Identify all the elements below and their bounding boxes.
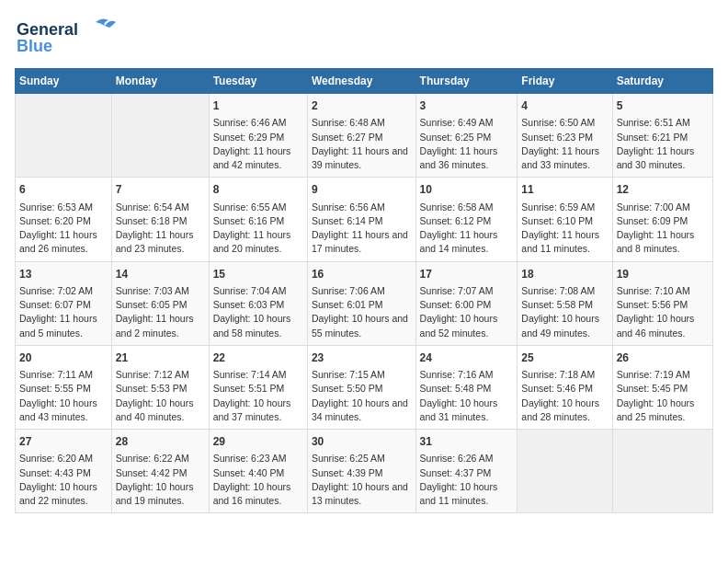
day-info-line: Sunset: 6:03 PM bbox=[213, 298, 303, 312]
day-info-line: Sunset: 6:00 PM bbox=[420, 298, 514, 312]
calendar-cell: 23Sunrise: 7:15 AMSunset: 5:50 PMDayligh… bbox=[307, 345, 415, 429]
day-info-line: Sunset: 5:45 PM bbox=[617, 382, 709, 396]
day-info-line: Daylight: 10 hours and 40 minutes. bbox=[116, 396, 205, 424]
day-number: 12 bbox=[617, 182, 709, 198]
day-info-line: Sunset: 5:56 PM bbox=[617, 298, 709, 312]
day-number: 11 bbox=[521, 182, 608, 198]
day-info-line: Sunset: 6:12 PM bbox=[420, 214, 514, 228]
day-info-line: Sunrise: 7:18 AM bbox=[521, 368, 608, 382]
day-info-line: Daylight: 11 hours and 11 minutes. bbox=[521, 228, 608, 256]
day-info-line: Sunrise: 7:10 AM bbox=[617, 284, 709, 298]
day-info-line: Daylight: 11 hours and 42 minutes. bbox=[213, 144, 303, 172]
calendar-cell: 6Sunrise: 6:53 AMSunset: 6:20 PMDaylight… bbox=[16, 178, 112, 261]
day-info-line: Sunset: 5:58 PM bbox=[521, 298, 608, 312]
day-number: 18 bbox=[521, 267, 608, 282]
calendar-week-4: 20Sunrise: 7:11 AMSunset: 5:55 PMDayligh… bbox=[16, 345, 713, 429]
calendar-cell: 17Sunrise: 7:07 AMSunset: 6:00 PMDayligh… bbox=[415, 261, 518, 345]
day-info-line: Sunset: 4:37 PM bbox=[420, 466, 514, 480]
day-header-sunday: Sunday bbox=[16, 69, 112, 94]
day-info-line: Sunrise: 6:25 AM bbox=[312, 452, 412, 465]
day-info-line: Sunrise: 7:08 AM bbox=[521, 284, 608, 298]
day-info-line: Sunset: 6:09 PM bbox=[617, 214, 709, 228]
calendar-cell: 27Sunrise: 6:20 AMSunset: 4:43 PMDayligh… bbox=[16, 430, 112, 513]
calendar-cell bbox=[612, 430, 712, 513]
calendar-cell: 5Sunrise: 6:51 AMSunset: 6:21 PMDaylight… bbox=[612, 94, 712, 178]
day-number: 14 bbox=[116, 267, 205, 282]
calendar-cell: 9Sunrise: 6:56 AMSunset: 6:14 PMDaylight… bbox=[307, 178, 415, 261]
day-number: 13 bbox=[19, 267, 108, 282]
calendar-cell: 20Sunrise: 7:11 AMSunset: 5:55 PMDayligh… bbox=[16, 345, 112, 429]
calendar-cell: 30Sunrise: 6:25 AMSunset: 4:39 PMDayligh… bbox=[307, 430, 415, 513]
day-info-line: Sunset: 6:29 PM bbox=[213, 131, 303, 144]
calendar-cell: 16Sunrise: 7:06 AMSunset: 6:01 PMDayligh… bbox=[307, 261, 415, 345]
day-number: 22 bbox=[213, 350, 303, 366]
day-info-line: Daylight: 11 hours and 8 minutes. bbox=[617, 228, 709, 256]
calendar-cell: 2Sunrise: 6:48 AMSunset: 6:27 PMDaylight… bbox=[307, 94, 415, 178]
day-info-line: Daylight: 11 hours and 20 minutes. bbox=[213, 228, 303, 256]
day-info-line: Sunrise: 6:59 AM bbox=[521, 201, 608, 214]
day-info-line: Sunset: 5:48 PM bbox=[420, 382, 514, 396]
day-info-line: Sunset: 5:55 PM bbox=[19, 382, 108, 396]
day-info-line: Sunrise: 6:49 AM bbox=[420, 116, 514, 130]
day-info-line: Daylight: 10 hours and 55 minutes. bbox=[312, 312, 412, 339]
day-info-line: Sunset: 6:05 PM bbox=[116, 298, 205, 312]
day-number: 23 bbox=[312, 350, 412, 366]
day-info-line: Daylight: 10 hours and 34 minutes. bbox=[312, 396, 412, 424]
day-number: 28 bbox=[116, 434, 205, 450]
day-info-line: Sunrise: 6:54 AM bbox=[116, 201, 205, 214]
day-info-line: Sunset: 4:40 PM bbox=[213, 466, 303, 480]
day-header-saturday: Saturday bbox=[612, 69, 712, 94]
logo: General Blue bbox=[15, 15, 116, 59]
calendar-cell: 15Sunrise: 7:04 AMSunset: 6:03 PMDayligh… bbox=[209, 261, 307, 345]
calendar-cell: 1Sunrise: 6:46 AMSunset: 6:29 PMDaylight… bbox=[209, 94, 307, 178]
svg-text:General: General bbox=[17, 20, 78, 39]
day-info-line: Sunrise: 6:58 AM bbox=[420, 201, 514, 214]
calendar-cell bbox=[16, 94, 112, 178]
calendar-cell bbox=[111, 94, 209, 178]
day-number: 21 bbox=[116, 350, 205, 366]
day-number: 4 bbox=[521, 98, 608, 114]
day-info-line: Daylight: 11 hours and 26 minutes. bbox=[19, 228, 108, 256]
day-info-line: Daylight: 11 hours and 14 minutes. bbox=[420, 228, 514, 256]
day-info-line: Sunrise: 6:20 AM bbox=[19, 452, 108, 465]
day-info-line: Sunset: 6:14 PM bbox=[312, 214, 412, 228]
day-info-line: Sunset: 4:43 PM bbox=[19, 466, 108, 480]
day-info-line: Sunset: 6:23 PM bbox=[521, 131, 608, 144]
day-info-line: Daylight: 11 hours and 33 minutes. bbox=[521, 144, 608, 172]
day-info-line: Sunrise: 6:51 AM bbox=[617, 116, 709, 130]
day-info-line: Sunset: 6:07 PM bbox=[19, 298, 108, 312]
calendar-cell: 7Sunrise: 6:54 AMSunset: 6:18 PMDaylight… bbox=[111, 178, 209, 261]
day-info-line: Daylight: 10 hours and 52 minutes. bbox=[420, 312, 514, 339]
day-info-line: Sunrise: 6:55 AM bbox=[213, 201, 303, 214]
calendar-cell: 29Sunrise: 6:23 AMSunset: 4:40 PMDayligh… bbox=[209, 430, 307, 513]
day-info-line: Sunrise: 6:26 AM bbox=[420, 452, 514, 465]
day-number: 8 bbox=[213, 182, 303, 198]
day-info-line: Sunset: 6:20 PM bbox=[19, 214, 108, 228]
day-info-line: Daylight: 10 hours and 43 minutes. bbox=[19, 396, 108, 424]
day-number: 29 bbox=[213, 434, 303, 450]
calendar-cell: 21Sunrise: 7:12 AMSunset: 5:53 PMDayligh… bbox=[111, 345, 209, 429]
calendar-cell: 26Sunrise: 7:19 AMSunset: 5:45 PMDayligh… bbox=[612, 345, 712, 429]
calendar-week-2: 6Sunrise: 6:53 AMSunset: 6:20 PMDaylight… bbox=[16, 178, 713, 261]
day-info-line: Daylight: 10 hours and 22 minutes. bbox=[19, 480, 108, 508]
day-info-line: Sunset: 5:50 PM bbox=[312, 382, 412, 396]
day-number: 26 bbox=[617, 350, 709, 366]
calendar-cell: 4Sunrise: 6:50 AMSunset: 6:23 PMDaylight… bbox=[518, 94, 612, 178]
day-info-line: Sunrise: 6:23 AM bbox=[213, 452, 303, 465]
day-number: 19 bbox=[617, 267, 709, 282]
day-info-line: Daylight: 10 hours and 31 minutes. bbox=[420, 396, 514, 424]
day-info-line: Sunset: 5:53 PM bbox=[116, 382, 205, 396]
day-info-line: Daylight: 10 hours and 37 minutes. bbox=[213, 396, 303, 424]
calendar-week-1: 1Sunrise: 6:46 AMSunset: 6:29 PMDaylight… bbox=[16, 94, 713, 178]
header-row: SundayMondayTuesdayWednesdayThursdayFrid… bbox=[16, 69, 713, 94]
calendar-cell: 10Sunrise: 6:58 AMSunset: 6:12 PMDayligh… bbox=[415, 178, 518, 261]
day-number: 30 bbox=[312, 434, 412, 450]
day-header-wednesday: Wednesday bbox=[307, 69, 415, 94]
day-header-tuesday: Tuesday bbox=[209, 69, 307, 94]
calendar-cell: 28Sunrise: 6:22 AMSunset: 4:42 PMDayligh… bbox=[111, 430, 209, 513]
day-info-line: Daylight: 10 hours and 25 minutes. bbox=[617, 396, 709, 424]
day-info-line: Daylight: 11 hours and 39 minutes. bbox=[312, 144, 412, 172]
day-number: 5 bbox=[617, 98, 709, 114]
day-number: 25 bbox=[521, 350, 608, 366]
day-info-line: Sunrise: 7:07 AM bbox=[420, 284, 514, 298]
